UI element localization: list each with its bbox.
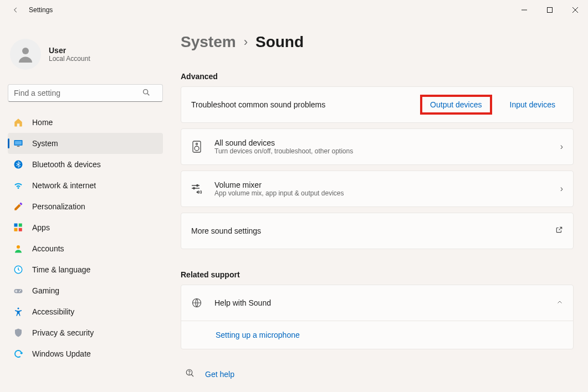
globe-icon [191, 297, 202, 308]
nav-label: Apps [32, 223, 50, 232]
setup-microphone-link[interactable]: Setting up a microphone [216, 331, 300, 339]
nav-label: Accounts [32, 244, 64, 253]
content-area: System › Sound Advanced Troubleshoot com… [166, 20, 588, 392]
nav-label: Personalization [32, 202, 85, 211]
svg-point-18 [196, 143, 198, 145]
page-title: Sound [255, 33, 304, 51]
input-devices-link[interactable]: Input devices [502, 97, 564, 112]
help-with-sound-card: Help with Sound Setting up a microphone [181, 285, 574, 349]
chevron-right-icon: › [244, 35, 248, 49]
search-input[interactable] [8, 84, 163, 102]
svg-point-16 [18, 308, 19, 310]
chevron-up-icon [556, 298, 563, 308]
nav-label: Home [32, 118, 53, 127]
nav-personalization[interactable]: Personalization [8, 196, 163, 217]
bluetooth-icon [13, 159, 23, 169]
nav-apps[interactable]: Apps [8, 217, 163, 238]
nav-gaming[interactable]: Gaming [8, 280, 163, 301]
user-account-type: Local Account [49, 55, 90, 63]
breadcrumb-parent[interactable]: System [181, 33, 236, 51]
svg-point-24 [189, 374, 190, 374]
get-help-row[interactable]: Get help [181, 362, 574, 386]
chevron-right-icon: › [560, 184, 563, 194]
external-link-icon [555, 226, 563, 236]
nav-accounts[interactable]: Accounts [8, 238, 163, 259]
accessibility-icon [13, 307, 23, 317]
avatar [10, 39, 41, 70]
svg-rect-7 [14, 224, 18, 227]
section-related: Related support [181, 270, 574, 279]
nav-label: Time & language [32, 265, 90, 274]
volume-mixer-card[interactable]: Volume mixer App volume mix, app input &… [181, 171, 574, 207]
svg-point-1 [22, 48, 29, 54]
card-title: Volume mixer [214, 180, 560, 189]
get-help-icon [185, 368, 195, 380]
card-subtitle: Turn devices on/off, troubleshoot, other… [214, 147, 560, 155]
nav-list: Home System Bluetooth & devices Network … [8, 112, 163, 364]
help-sublink-row: Setting up a microphone [181, 321, 573, 349]
home-icon [13, 117, 23, 127]
section-advanced: Advanced [181, 72, 574, 81]
card-title: Help with Sound [214, 298, 556, 307]
back-button[interactable] [8, 2, 23, 18]
svg-point-21 [193, 188, 195, 189]
more-sound-settings-card[interactable]: More sound settings [181, 213, 574, 249]
nav-label: Network & internet [32, 181, 96, 190]
nav-privacy[interactable]: Privacy & security [8, 322, 163, 343]
nav-label: Privacy & security [32, 328, 94, 337]
troubleshoot-title: Troubleshoot common sound problems [191, 100, 420, 109]
network-icon [13, 180, 23, 190]
nav-label: Accessibility [32, 307, 74, 316]
nav-bluetooth[interactable]: Bluetooth & devices [8, 154, 163, 175]
speaker-icon [191, 141, 202, 153]
gaming-icon [13, 286, 23, 296]
card-title: More sound settings [191, 226, 555, 235]
sidebar: User Local Account Home System Bluetooth… [0, 20, 166, 392]
help-with-sound-header[interactable]: Help with Sound [181, 285, 573, 321]
troubleshoot-card: Troubleshoot common sound problems Outpu… [181, 86, 574, 123]
all-sound-devices-card[interactable]: All sound devices Turn devices on/off, t… [181, 128, 574, 165]
nav-update[interactable]: Windows Update [8, 343, 163, 364]
close-button[interactable] [563, 0, 588, 20]
apps-icon [13, 223, 23, 233]
nav-network[interactable]: Network & internet [8, 175, 163, 196]
svg-point-20 [197, 185, 198, 187]
maximize-button[interactable] [537, 0, 563, 20]
svg-rect-10 [19, 228, 22, 231]
svg-rect-0 [548, 8, 553, 13]
nav-home[interactable]: Home [8, 112, 163, 133]
nav-time[interactable]: Time & language [8, 259, 163, 280]
nav-label: System [32, 139, 58, 148]
get-help-link[interactable]: Get help [205, 370, 234, 379]
personalization-icon [13, 202, 23, 212]
chevron-right-icon: › [560, 142, 563, 152]
card-title: All sound devices [214, 138, 560, 147]
output-devices-link[interactable]: Output devices [420, 95, 492, 115]
nav-label: Gaming [32, 286, 59, 295]
update-icon [13, 349, 23, 359]
svg-point-11 [17, 245, 20, 249]
card-subtitle: App volume mix, app input & output devic… [214, 189, 560, 197]
svg-rect-9 [14, 228, 18, 231]
svg-point-14 [20, 290, 21, 291]
svg-point-2 [144, 90, 148, 94]
nav-system[interactable]: System [8, 133, 163, 154]
nav-label: Windows Update [32, 349, 91, 358]
svg-point-19 [195, 146, 199, 151]
svg-rect-5 [17, 146, 20, 147]
nav-accessibility[interactable]: Accessibility [8, 301, 163, 322]
breadcrumb: System › Sound [181, 33, 574, 51]
nav-label: Bluetooth & devices [32, 160, 101, 169]
user-name: User [49, 46, 90, 55]
minimize-button[interactable] [512, 0, 537, 20]
mixer-icon [191, 184, 202, 194]
time-icon [13, 265, 23, 275]
svg-point-15 [19, 291, 20, 292]
privacy-icon [13, 328, 23, 338]
window-title: Settings [29, 6, 53, 14]
system-icon [13, 138, 23, 148]
titlebar: Settings [0, 0, 588, 20]
user-account-row[interactable]: User Local Account [8, 24, 163, 79]
search-icon [142, 88, 151, 97]
svg-rect-8 [19, 224, 22, 227]
